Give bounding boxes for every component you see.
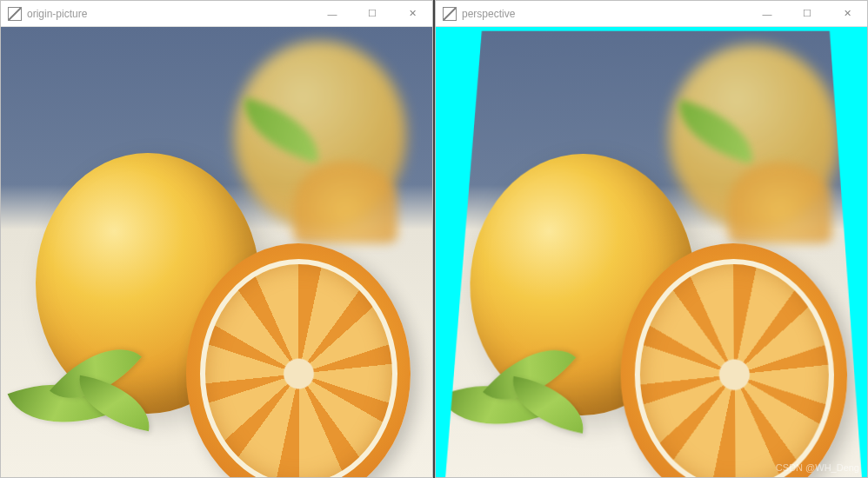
window-controls-left: — ☐ ✕	[312, 1, 432, 26]
orange-wedge-blur	[294, 162, 397, 242]
leaf-group	[446, 334, 604, 444]
app-icon	[443, 7, 457, 21]
close-button[interactable]: ✕	[827, 1, 867, 26]
window-controls-right: — ☐ ✕	[747, 1, 867, 26]
window-origin-picture: origin-picture — ☐ ✕	[0, 0, 433, 478]
minimize-button[interactable]: —	[312, 1, 352, 26]
window-title-right: perspective	[462, 8, 747, 20]
perspective-transform-wrap	[436, 31, 867, 477]
orange-cut-face	[634, 259, 835, 477]
titlebar-right[interactable]: perspective — ☐ ✕	[436, 1, 867, 27]
orange-cut-face	[200, 259, 397, 477]
titlebar-left[interactable]: origin-picture — ☐ ✕	[1, 1, 432, 27]
close-button[interactable]: ✕	[392, 1, 432, 26]
window-perspective: perspective — ☐ ✕	[435, 0, 868, 478]
minimize-button[interactable]: —	[747, 1, 787, 26]
maximize-button[interactable]: ☐	[352, 1, 392, 26]
app-icon	[8, 7, 22, 21]
image-content-perspective	[436, 27, 867, 477]
image-content-origin	[1, 27, 432, 477]
orange-wedge-blur	[729, 163, 832, 242]
maximize-button[interactable]: ☐	[787, 1, 827, 26]
orange-image-transformed	[436, 31, 867, 477]
leaf-group	[14, 333, 170, 441]
orange-image-original	[1, 27, 432, 477]
window-title-left: origin-picture	[27, 8, 312, 20]
